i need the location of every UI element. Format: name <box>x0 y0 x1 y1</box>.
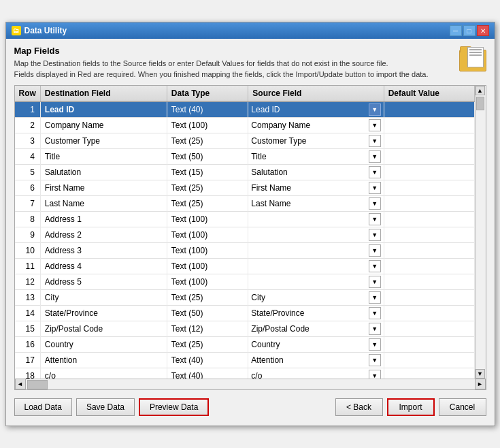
table-row[interactable]: 10Address 3Text (100)▼ <box>15 242 475 258</box>
table-row[interactable]: 5SalutationText (15)Salutation▼ <box>15 164 475 180</box>
source-dropdown-arrow[interactable]: ▼ <box>369 229 381 241</box>
source-dropdown-arrow[interactable]: ▼ <box>369 338 381 351</box>
minimize-button[interactable]: ─ <box>450 25 462 36</box>
table-row[interactable]: 15Zip/Postal CodeText (12)Zip/Postal Cod… <box>15 321 475 336</box>
default-value-cell[interactable] <box>384 242 474 258</box>
source-field-cell[interactable]: Attention▼ <box>248 352 384 368</box>
row-number: 1 <box>15 101 41 118</box>
default-value-cell[interactable] <box>384 117 474 133</box>
source-field-cell[interactable]: ▼ <box>248 242 384 258</box>
table-row[interactable]: 18c/oText (40)c/o▼ <box>15 368 475 379</box>
default-value-cell[interactable] <box>384 227 474 242</box>
source-field-cell[interactable]: Title▼ <box>248 148 384 164</box>
default-value-cell[interactable] <box>384 258 474 274</box>
table-row[interactable]: 3Customer TypeText (25)Customer Type▼ <box>15 133 475 148</box>
source-dropdown-arrow[interactable]: ▼ <box>369 166 381 178</box>
source-dropdown-arrow[interactable]: ▼ <box>369 150 381 163</box>
source-dropdown-arrow[interactable]: ▼ <box>369 370 381 379</box>
source-dropdown-arrow[interactable]: ▼ <box>369 103 381 116</box>
table-row[interactable]: 17AttentionText (40)Attention▼ <box>15 352 475 368</box>
default-value-cell[interactable] <box>384 321 474 336</box>
source-field-cell[interactable]: Customer Type▼ <box>248 133 384 148</box>
source-dropdown-arrow[interactable]: ▼ <box>369 307 381 319</box>
cancel-button[interactable]: Cancel <box>439 398 486 416</box>
source-field-cell[interactable]: Company Name▼ <box>248 117 384 133</box>
source-field-cell[interactable]: First Name▼ <box>248 180 384 195</box>
table-row[interactable]: 4TitleText (50)Title▼ <box>15 148 475 164</box>
source-dropdown-arrow[interactable]: ▼ <box>369 354 381 366</box>
source-field-cell[interactable]: Salutation▼ <box>248 164 384 180</box>
scroll-thumb-horizontal[interactable] <box>27 380 48 389</box>
preview-data-button[interactable]: Preview Data <box>139 398 209 416</box>
table-header: Row Destination Field Data Type Source F… <box>15 86 475 101</box>
row-number: 6 <box>15 180 41 195</box>
default-value-cell[interactable] <box>384 368 474 379</box>
table-row[interactable]: 8Address 1Text (100)▼ <box>15 211 475 227</box>
table-row[interactable]: 6First NameText (25)First Name▼ <box>15 180 475 195</box>
title-controls: ─ □ ✕ <box>450 25 489 36</box>
source-field-cell[interactable]: ▼ <box>248 227 384 242</box>
source-dropdown-arrow[interactable]: ▼ <box>369 182 381 194</box>
vertical-scrollbar[interactable]: ▲ ▼ <box>475 86 486 379</box>
source-field-cell[interactable]: Last Name▼ <box>248 195 384 211</box>
source-field-cell[interactable]: State/Province▼ <box>248 305 384 321</box>
source-field-cell[interactable]: Lead ID▼ <box>248 101 384 118</box>
source-field-cell[interactable]: c/o▼ <box>248 368 384 379</box>
data-type: Text (100) <box>167 274 248 289</box>
table-row[interactable]: 7Last NameText (25)Last Name▼ <box>15 195 475 211</box>
source-dropdown-arrow[interactable]: ▼ <box>369 135 381 147</box>
table-row[interactable]: 12Address 5Text (100)▼ <box>15 274 475 289</box>
default-value-cell[interactable] <box>384 289 474 305</box>
source-field-cell[interactable]: ▼ <box>248 258 384 274</box>
table-scroll-area[interactable]: Row Destination Field Data Type Source F… <box>15 86 475 379</box>
source-dropdown-arrow[interactable]: ▼ <box>369 119 381 131</box>
scroll-track-vertical[interactable] <box>476 95 486 369</box>
scroll-down-button[interactable]: ▼ <box>476 369 485 379</box>
table-row[interactable]: 16CountryText (25)Country▼ <box>15 336 475 352</box>
source-dropdown-arrow[interactable]: ▼ <box>369 213 381 225</box>
source-dropdown-arrow[interactable]: ▼ <box>369 276 381 288</box>
source-field-cell[interactable]: ▼ <box>248 274 384 289</box>
scroll-right-button[interactable]: ► <box>475 379 486 389</box>
destination-field: Country <box>40 336 167 352</box>
default-value-cell[interactable] <box>384 164 474 180</box>
source-field-cell[interactable]: Zip/Postal Code▼ <box>248 321 384 336</box>
row-number: 14 <box>15 305 41 321</box>
default-value-cell[interactable] <box>384 305 474 321</box>
default-value-cell[interactable] <box>384 180 474 195</box>
table-row[interactable]: 13CityText (25)City▼ <box>15 289 475 305</box>
destination-field: Attention <box>40 352 167 368</box>
table-row[interactable]: 2Company NameText (100)Company Name▼ <box>15 117 475 133</box>
scroll-thumb-vertical[interactable] <box>476 97 484 110</box>
scroll-left-button[interactable]: ◄ <box>15 379 26 389</box>
scroll-track-horizontal[interactable] <box>26 379 475 389</box>
source-dropdown-arrow[interactable]: ▼ <box>369 197 381 210</box>
source-dropdown-arrow[interactable]: ▼ <box>369 244 381 257</box>
table-row[interactable]: 11Address 4Text (100)▼ <box>15 258 475 274</box>
source-field-cell[interactable]: Country▼ <box>248 336 384 352</box>
default-value-cell[interactable] <box>384 195 474 211</box>
close-button[interactable]: ✕ <box>477 25 489 36</box>
source-field-cell[interactable]: City▼ <box>248 289 384 305</box>
source-field-cell[interactable]: ▼ <box>248 211 384 227</box>
load-data-button[interactable]: Load Data <box>14 398 72 416</box>
default-value-cell[interactable] <box>384 274 474 289</box>
maximize-button[interactable]: □ <box>463 25 476 36</box>
default-value-cell[interactable] <box>384 352 474 368</box>
save-data-button[interactable]: Save Data <box>76 398 135 416</box>
default-value-cell[interactable] <box>384 336 474 352</box>
table-row[interactable]: 9Address 2Text (100)▼ <box>15 227 475 242</box>
source-dropdown-arrow[interactable]: ▼ <box>369 260 381 272</box>
default-value-cell[interactable] <box>384 101 474 118</box>
back-button[interactable]: < Back <box>335 398 383 416</box>
default-value-cell[interactable] <box>384 133 474 148</box>
source-dropdown-arrow[interactable]: ▼ <box>369 291 381 304</box>
table-row[interactable]: 14State/ProvinceText (50)State/Province▼ <box>15 305 475 321</box>
default-value-cell[interactable] <box>384 211 474 227</box>
horizontal-scrollbar[interactable]: ◄ ► <box>15 379 486 389</box>
scroll-up-button[interactable]: ▲ <box>476 86 485 95</box>
default-value-cell[interactable] <box>384 148 474 164</box>
source-dropdown-arrow[interactable]: ▼ <box>369 323 381 335</box>
import-button[interactable]: Import <box>387 398 435 416</box>
table-row[interactable]: 1Lead IDText (40)Lead ID▼ <box>15 101 475 118</box>
